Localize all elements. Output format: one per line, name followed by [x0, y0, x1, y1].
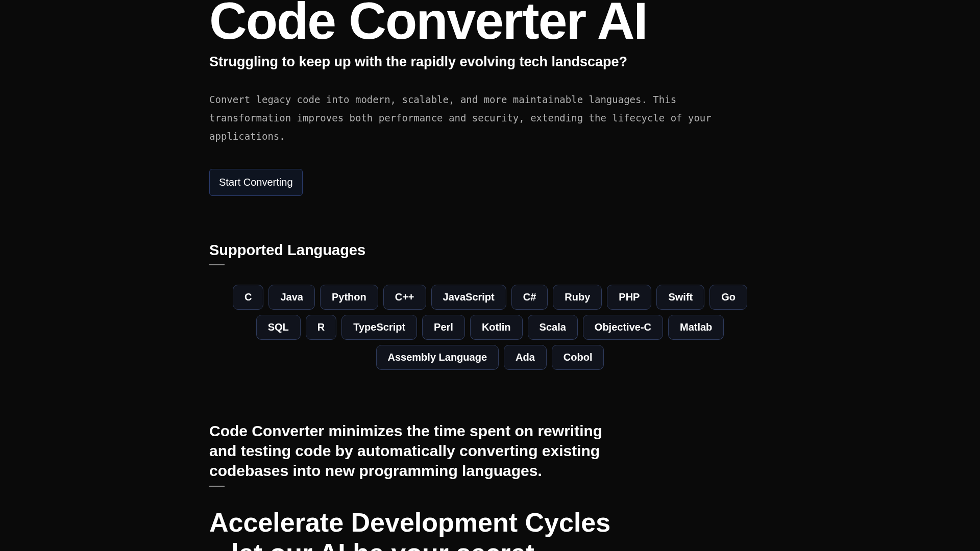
hero-subtitle: Struggling to keep up with the rapidly e…	[209, 54, 771, 70]
hero-title: Code Converter AI	[209, 0, 771, 47]
language-chip[interactable]: Ruby	[553, 285, 602, 310]
language-grid: CJavaPythonC++JavaScriptC#RubyPHPSwiftGo…	[209, 285, 771, 370]
language-chip[interactable]: SQL	[256, 315, 301, 340]
language-chip[interactable]: TypeScript	[341, 315, 417, 340]
hero-description: Convert legacy code into modern, scalabl…	[209, 90, 730, 145]
supported-languages-heading: Supported Languages	[209, 242, 771, 259]
language-chip[interactable]: Python	[320, 285, 378, 310]
language-chip[interactable]: JavaScript	[431, 285, 506, 310]
language-chip[interactable]: Matlab	[668, 315, 724, 340]
language-chip[interactable]: C#	[511, 285, 548, 310]
accelerate-heading: Accelerate Development Cycles – let our …	[209, 508, 612, 551]
language-chip[interactable]: Cobol	[552, 345, 604, 370]
minimize-heading: Code Converter minimizes the time spent …	[209, 421, 633, 481]
language-chip[interactable]: C	[233, 285, 263, 310]
language-chip[interactable]: Java	[268, 285, 315, 310]
heading-underline	[209, 486, 225, 487]
language-chip[interactable]: Swift	[656, 285, 704, 310]
language-chip[interactable]: Perl	[422, 315, 465, 340]
language-chip[interactable]: Assembly Language	[376, 345, 499, 370]
language-chip[interactable]: PHP	[607, 285, 651, 310]
language-chip[interactable]: Kotlin	[470, 315, 523, 340]
language-chip[interactable]: Ada	[504, 345, 547, 370]
heading-underline	[209, 264, 225, 265]
start-converting-button[interactable]: Start Converting	[209, 169, 303, 196]
language-chip[interactable]: Scala	[528, 315, 578, 340]
language-chip[interactable]: Objective-C	[583, 315, 663, 340]
language-chip[interactable]: R	[306, 315, 336, 340]
language-chip[interactable]: Go	[709, 285, 747, 310]
language-chip[interactable]: C++	[383, 285, 426, 310]
